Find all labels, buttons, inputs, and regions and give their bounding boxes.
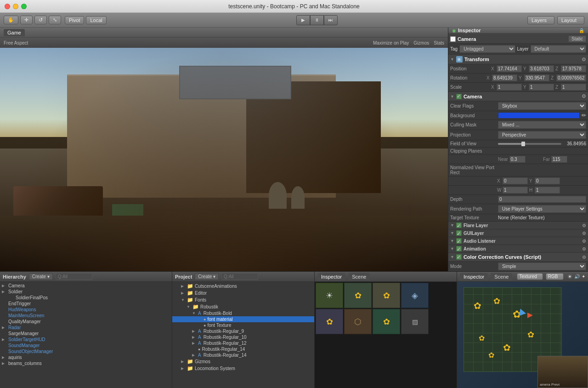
list-item[interactable]: ▶ARobustik-Regular_10 bbox=[172, 334, 314, 340]
maximize-button[interactable] bbox=[21, 4, 27, 9]
rendering-path-select[interactable]: Use Player Settings bbox=[498, 205, 586, 213]
tag-select[interactable]: Untagged bbox=[459, 45, 515, 53]
object-active-checkbox[interactable]: ✓ bbox=[450, 36, 456, 42]
static-button[interactable]: Static bbox=[568, 35, 586, 42]
scene-rgb-dropdown[interactable]: RGB bbox=[546, 273, 564, 280]
transform-settings-icon[interactable]: ⚙ bbox=[582, 57, 586, 63]
local-button[interactable]: Local bbox=[86, 16, 106, 24]
projection-select[interactable]: Perspective bbox=[498, 131, 586, 139]
inspector-tab-scene[interactable]: Inspector bbox=[460, 273, 488, 280]
camera-active-checkbox[interactable]: ✓ bbox=[456, 94, 462, 99]
clipping-far-input[interactable] bbox=[551, 156, 567, 163]
clipping-near-input[interactable] bbox=[509, 156, 526, 163]
list-item[interactable]: ▶📁CutsceneAnimations bbox=[172, 283, 314, 290]
animation-settings-icon[interactable]: ⚙ bbox=[582, 246, 586, 251]
culling-mask-select[interactable]: Mixed ... bbox=[498, 121, 586, 129]
list-item[interactable]: ▼ARobustik-Bold bbox=[172, 310, 314, 316]
rotation-x[interactable] bbox=[492, 74, 517, 81]
list-item[interactable]: ▼📁Robustik bbox=[172, 303, 314, 310]
flare-layer-settings-icon[interactable]: ⚙ bbox=[582, 223, 586, 228]
list-item[interactable]: ▶Camera bbox=[0, 283, 172, 289]
background-color-swatch[interactable] bbox=[498, 112, 580, 119]
color-correction-checkbox[interactable]: ✓ bbox=[456, 254, 462, 260]
pivot-button[interactable]: Pivot bbox=[65, 16, 84, 24]
inspector-lock-icon[interactable]: 🔒 bbox=[579, 28, 584, 33]
scene-bottom-tab[interactable]: Scene bbox=[348, 273, 370, 280]
list-item[interactable]: SoldierFinalPos bbox=[0, 295, 172, 301]
scene-audio-icon[interactable]: 🔊 bbox=[574, 274, 580, 279]
list-item[interactable]: ▶📁Gizmos bbox=[172, 358, 314, 365]
cc-mode-select[interactable]: Simple bbox=[498, 262, 586, 270]
camera-settings-icon[interactable]: ⚙ bbox=[582, 93, 586, 99]
color-correction-settings-icon[interactable]: ⚙ bbox=[582, 255, 586, 260]
rotate-tool-button[interactable]: ↺ bbox=[34, 16, 47, 24]
scale-y[interactable] bbox=[529, 84, 554, 91]
list-item[interactable]: ▶ARobustik-Regular_14 bbox=[172, 352, 314, 358]
move-tool-button[interactable]: ✛ bbox=[20, 16, 33, 24]
gizmos-button[interactable]: Gizmos bbox=[413, 40, 429, 46]
hierarchy-create-button[interactable]: Create ▾ bbox=[29, 273, 53, 280]
flare-layer-checkbox[interactable]: ✓ bbox=[456, 223, 462, 228]
list-item[interactable]: HudWeapons bbox=[0, 307, 172, 313]
project-search-input[interactable] bbox=[221, 273, 258, 280]
list-item[interactable]: MainMenuScreen bbox=[0, 313, 172, 319]
guilayer-checkbox[interactable]: ✓ bbox=[456, 230, 462, 236]
audio-listener-checkbox[interactable]: ✓ bbox=[456, 238, 462, 244]
viewport-h[interactable] bbox=[535, 187, 560, 194]
list-item[interactable]: ▼📁Fonts bbox=[172, 297, 314, 303]
list-item[interactable]: ▶ARobustik-Regular_9 bbox=[172, 328, 314, 334]
depth-input[interactable] bbox=[498, 196, 586, 203]
scene-sun-icon[interactable]: ☀ bbox=[567, 274, 572, 280]
viewport-w[interactable] bbox=[503, 187, 528, 194]
minimize-button[interactable] bbox=[13, 4, 18, 9]
scene-fx-icon[interactable]: ✦ bbox=[582, 274, 585, 279]
list-item[interactable]: EndTrigger bbox=[0, 301, 172, 307]
list-item[interactable]: ▶📁Locomotion System bbox=[172, 365, 314, 372]
list-item[interactable]: SoundObjectManager bbox=[0, 348, 172, 354]
rotation-z[interactable] bbox=[556, 74, 586, 81]
maximize-on-play-button[interactable]: Maximize on Play bbox=[373, 40, 409, 46]
scale-z[interactable] bbox=[561, 84, 586, 91]
list-item[interactable]: ▶Radar bbox=[0, 325, 172, 331]
game-tab[interactable]: Game bbox=[4, 29, 25, 36]
rotation-y[interactable] bbox=[524, 74, 549, 81]
viewport-x[interactable] bbox=[503, 177, 528, 184]
free-aspect-dropdown[interactable]: Free Aspect bbox=[4, 40, 28, 46]
color-correction-header[interactable]: ▼ ✓ Color Correction Curves (Script) ⚙ bbox=[448, 253, 588, 262]
list-item[interactable]: ▶ARobustik-Regular_12 bbox=[172, 340, 314, 346]
inspector-bottom-tab[interactable]: Inspector bbox=[317, 273, 345, 280]
audio-listener-settings-icon[interactable]: ⚙ bbox=[582, 239, 586, 244]
play-button[interactable]: ▶ bbox=[296, 15, 310, 25]
list-item[interactable]: SoundManager bbox=[0, 342, 172, 348]
transform-header[interactable]: ▼ ⊞ Transform ⚙ bbox=[448, 55, 588, 64]
scene-mode-dropdown[interactable]: Textured bbox=[517, 273, 543, 280]
list-item[interactable]: QualityManager bbox=[0, 319, 172, 325]
scene-tab-main[interactable]: Scene bbox=[491, 273, 512, 280]
list-item[interactable]: ●font Texture bbox=[172, 322, 314, 328]
position-z[interactable] bbox=[561, 65, 586, 72]
list-item[interactable]: ▶SoldierTargetHUD bbox=[0, 337, 172, 342]
list-item[interactable]: ●font material bbox=[172, 316, 314, 322]
layout-dropdown[interactable]: Layout bbox=[557, 16, 584, 24]
position-x[interactable] bbox=[497, 65, 522, 72]
layer-select[interactable]: Default bbox=[531, 45, 586, 53]
close-button[interactable] bbox=[5, 4, 10, 9]
clear-flags-select[interactable]: Skybox bbox=[498, 102, 586, 110]
scale-tool-button[interactable]: ⤡ bbox=[49, 16, 61, 24]
list-item[interactable]: ●Robustik-Regular_14 bbox=[172, 346, 314, 352]
project-create-button[interactable]: Create ▾ bbox=[195, 273, 219, 280]
list-item[interactable]: SargeManager bbox=[0, 331, 172, 337]
stats-button[interactable]: Stats bbox=[434, 40, 444, 46]
viewport-y[interactable] bbox=[535, 177, 560, 184]
list-item[interactable]: ▶📁Editor bbox=[172, 290, 314, 297]
color-picker-icon[interactable]: ✏ bbox=[582, 112, 586, 119]
hierarchy-search-input[interactable] bbox=[56, 273, 92, 280]
list-item[interactable]: ▶beams_columns bbox=[0, 360, 172, 366]
pause-button[interactable]: ⏸ bbox=[310, 15, 324, 25]
camera-component-header[interactable]: ▼ ✓ Camera ⚙ bbox=[448, 92, 588, 101]
guilayer-settings-icon[interactable]: ⚙ bbox=[582, 231, 586, 236]
scale-x[interactable] bbox=[497, 84, 522, 91]
step-button[interactable]: ⏭ bbox=[324, 15, 338, 25]
animation-checkbox[interactable]: ✓ bbox=[456, 246, 462, 251]
list-item[interactable]: ▶Soldier bbox=[0, 289, 172, 295]
